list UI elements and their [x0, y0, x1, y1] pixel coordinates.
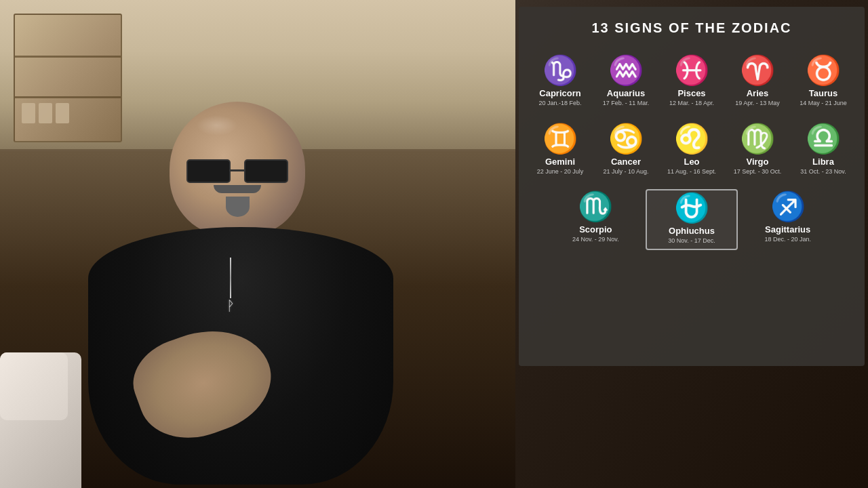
cabinet-shelf: [15, 96, 121, 98]
zodiac-name-label: Taurus: [809, 88, 837, 98]
zodiac-item-aquarius: ♒Aquarius17 Feb. - 11 Mar.: [595, 53, 657, 111]
necklace: ᚹ: [203, 258, 258, 314]
zodiac-symbol-scorpio: ♏: [578, 192, 613, 221]
zodiac-item-pisces: ♓Pisces12 Mar. - 18 Apr.: [660, 53, 723, 111]
necklace-chain: [230, 258, 231, 298]
glasses-bridge: [231, 169, 244, 171]
necklace-pendant: ᚹ: [203, 298, 258, 314]
glasses-frame: [183, 156, 292, 186]
zodiac-symbol-aries: ♈: [740, 56, 775, 85]
zodiac-symbol-sagittarius: ♐: [770, 192, 806, 221]
zodiac-dates-label: 24 Nov. - 29 Nov.: [572, 236, 619, 244]
zodiac-item-aries: ♈Aries19 Apr. - 13 May: [726, 53, 789, 111]
zodiac-item-sagittarius: ♐Sagittarius18 Dec. - 20 Jan.: [741, 189, 834, 250]
zodiac-symbol-leo: ♌: [674, 125, 709, 153]
video-background: ᚹ: [0, 0, 515, 488]
zodiac-name-label: Capricorn: [539, 88, 580, 98]
couch-armrest: [0, 352, 68, 420]
zodiac-symbol-gemini: ♊: [542, 125, 578, 153]
zodiac-grid-row2: ♊Gemini22 June - 20 July♋Cancer21 July -…: [529, 121, 854, 180]
zodiac-symbol-libra: ♎: [806, 125, 841, 153]
zodiac-name-label: Virgo: [747, 157, 769, 167]
zodiac-item-taurus: ♉Taurus14 May - 21 June: [792, 53, 854, 111]
goatee: [226, 197, 250, 217]
zodiac-item-capricorn: ♑Capricorn20 Jan.-18 Feb.: [529, 53, 591, 111]
zodiac-dates-label: 18 Dec. - 20 Jan.: [764, 236, 811, 244]
zodiac-item-scorpio: ♏Scorpio24 Nov. - 29 Nov.: [549, 189, 642, 250]
zodiac-grid-row1: ♑Capricorn20 Jan.-18 Feb.♒Aquarius17 Feb…: [529, 53, 854, 111]
zodiac-dates-label: 19 Apr. - 13 May: [735, 100, 780, 108]
zodiac-item-libra: ♎Libra31 Oct. - 23 Nov.: [792, 121, 854, 180]
zodiac-name-label: Cancer: [611, 157, 641, 167]
zodiac-symbol-taurus: ♉: [806, 56, 841, 85]
head-shine: [197, 115, 237, 136]
zodiac-dates-label: 31 Oct. - 23 Nov.: [800, 168, 846, 176]
zodiac-name-label: Gemini: [545, 157, 575, 167]
zodiac-symbol-virgo: ♍: [740, 125, 775, 153]
zodiac-name-label: Aquarius: [607, 88, 645, 98]
person: ᚹ: [54, 102, 448, 488]
zodiac-dates-label: 22 June - 20 July: [537, 168, 584, 176]
zodiac-name-label: Libra: [812, 157, 834, 167]
facial-hair: [214, 185, 261, 217]
zodiac-symbol-aquarius: ♒: [608, 56, 644, 85]
zodiac-dates-label: 30 Nov. - 17 Dec.: [668, 237, 715, 245]
zodiac-name-label: Leo: [684, 157, 699, 167]
zodiac-dates-label: 17 Feb. - 11 Mar.: [603, 100, 650, 108]
zodiac-item-leo: ♌Leo11 Aug. - 16 Sept.: [660, 121, 723, 180]
lens-right: [244, 159, 288, 183]
zodiac-item-ophiuchus: ⛎Ophiuchus30 Nov. - 17 Dec.: [646, 189, 738, 250]
zodiac-item-virgo: ♍Virgo17 Sept. - 30 Oct.: [726, 121, 789, 180]
zodiac-item-gemini: ♊Gemini22 June - 20 July: [529, 121, 591, 180]
zodiac-name-label: Aries: [747, 88, 769, 98]
mustache: [214, 185, 261, 193]
zodiac-item-cancer: ♋Cancer21 July - 10 Aug.: [595, 121, 657, 180]
zodiac-dates-label: 12 Mar. - 18 Apr.: [669, 100, 714, 108]
zodiac-name-label: Sagittarius: [765, 224, 810, 235]
zodiac-name-label: Ophiuchus: [669, 226, 715, 236]
zodiac-grid-row3: ♏Scorpio24 Nov. - 29 Nov.⛎Ophiuchus30 No…: [529, 189, 854, 250]
cabinet-item: [39, 103, 52, 123]
sunglasses: [183, 156, 292, 186]
cabinet-shelf: [15, 56, 121, 58]
zodiac-dates-label: 11 Aug. - 16 Sept.: [667, 168, 716, 176]
zodiac-dates-label: 14 May - 21 June: [800, 100, 847, 108]
zodiac-dates-label: 20 Jan.-18 Feb.: [538, 100, 581, 108]
scene: ᚹ 13 SIGNS OF THE ZODIAC ♑Capricorn20 Ja…: [0, 0, 868, 488]
zodiac-chart: 13 SIGNS OF THE ZODIAC ♑Capricorn20 Jan.…: [519, 7, 865, 366]
zodiac-symbol-ophiuchus: ⛎: [674, 194, 709, 222]
zodiac-symbol-cancer: ♋: [608, 125, 644, 153]
zodiac-name-label: Scorpio: [579, 224, 612, 235]
zodiac-dates-label: 17 Sept. - 30 Oct.: [734, 168, 782, 176]
chart-title: 13 SIGNS OF THE ZODIAC: [529, 20, 854, 36]
couch-left: [0, 352, 81, 488]
zodiac-symbol-pisces: ♓: [674, 56, 709, 85]
zodiac-name-label: Pisces: [677, 88, 705, 98]
cabinet-item: [22, 103, 35, 123]
zodiac-symbol-capricorn: ♑: [542, 56, 578, 85]
lens-left: [186, 159, 231, 183]
zodiac-dates-label: 21 July - 10 Aug.: [603, 168, 648, 176]
head: [170, 102, 305, 237]
